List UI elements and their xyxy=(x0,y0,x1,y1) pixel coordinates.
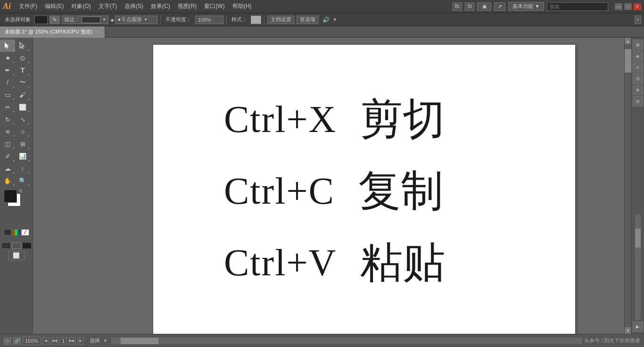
menu-bar: Ai 文件(F) 编辑(E) 对象(O) 文字(T) 选择(S) 效果(C) 视… xyxy=(0,0,644,13)
scroll-down-button[interactable]: ▼ xyxy=(625,327,631,334)
normal-mode-button[interactable] xyxy=(4,229,12,236)
scroll-track[interactable] xyxy=(625,44,631,327)
brush-icon[interactable]: ✎ xyxy=(50,16,60,24)
bridge-icon[interactable]: Br xyxy=(453,2,462,11)
none-mode-button[interactable]: ⁄ xyxy=(21,229,29,236)
align-panel-button[interactable]: ≡ xyxy=(633,62,643,73)
gradient-mode-button[interactable] xyxy=(12,229,20,236)
rect-tool[interactable]: ▭ ▸ xyxy=(0,89,15,101)
paintbrush-tool[interactable]: 🖌 ▸ xyxy=(15,89,30,101)
minimize-button[interactable]: — xyxy=(615,3,622,10)
layers-panel-button[interactable]: ⊞ xyxy=(633,40,643,50)
full-screen-btn[interactable] xyxy=(12,242,21,249)
assets-panel-button[interactable]: ◈ xyxy=(633,51,643,61)
doc-status-icon[interactable]: ⊙ xyxy=(4,337,11,345)
last-page-button[interactable]: ▶▶ xyxy=(69,337,75,345)
first-page-button[interactable]: ◀◀ xyxy=(51,337,58,345)
measure-tool[interactable]: ↕ ▸ xyxy=(15,162,30,174)
main-layout: ▸ ▸ ✦ ▸ ⊙ ▸ ✒ ▸ T ▸ xyxy=(0,38,644,334)
symbol-tool[interactable]: ☁ ▸ xyxy=(0,162,15,174)
menu-view[interactable]: 视图(R) xyxy=(174,1,200,11)
mesh-tool[interactable]: ⊞ ▸ xyxy=(15,138,30,150)
lasso-tool[interactable]: ⊙ ▸ xyxy=(15,52,30,64)
eraser-tool[interactable]: ⬜ ▸ xyxy=(15,101,30,113)
document-tab[interactable]: 未标题-1* @ 150% (CMYK/GPU 预览) × xyxy=(0,26,105,38)
vertical-scrollbar[interactable]: ▲ ▼ xyxy=(624,38,631,334)
preferences-button[interactable]: 首选项 xyxy=(297,16,319,24)
transform-panel-button[interactable]: ⊡ xyxy=(633,74,643,84)
zoom-tool[interactable]: 🔍 ▸ xyxy=(15,174,30,187)
tool-row-10: ✐ ▸ 📊 ▸ xyxy=(0,150,33,162)
gradient-tool[interactable]: ◫ ▸ xyxy=(0,138,15,150)
select-tool[interactable]: ▸ xyxy=(0,40,15,52)
rotate-tool[interactable]: ↻ ▸ xyxy=(0,113,15,125)
view-toggle[interactable]: ▣ xyxy=(477,2,491,11)
next-page-button[interactable]: ▶ xyxy=(77,337,84,345)
curve-tool[interactable]: 〜 ▸ xyxy=(15,76,30,89)
right-scroll-thumb xyxy=(635,229,641,248)
search-input[interactable] xyxy=(547,2,608,11)
scale-tool[interactable]: ⤡ ▸ xyxy=(15,113,30,125)
speaker-icon[interactable]: 🔊 xyxy=(322,17,330,23)
swap-colors-icon[interactable]: ⇅ xyxy=(19,189,23,193)
tool-row-4: / ▸ 〜 ▸ xyxy=(0,76,33,89)
scroll-thumb[interactable] xyxy=(625,49,631,73)
hand-tool[interactable]: ✋ ▸ xyxy=(0,174,15,187)
menu-edit[interactable]: 编辑(E) xyxy=(41,1,67,11)
menu-select[interactable]: 选择(S) xyxy=(121,1,147,11)
type-tool[interactable]: T ▸ xyxy=(15,64,30,76)
tab-bar: 未标题-1* @ 150% (CMYK/GPU 预览) × xyxy=(0,26,644,38)
warp-tool[interactable]: ≋ ▸ xyxy=(0,125,15,138)
prev-page-button[interactable]: ◀ xyxy=(42,337,49,345)
menu-type[interactable]: 文字(T) xyxy=(95,1,120,11)
bullet-icon: ● xyxy=(110,16,114,24)
maximize-button[interactable]: □ xyxy=(624,3,632,10)
artboards-button[interactable]: ⊟ xyxy=(633,96,643,107)
link-icon[interactable]: 🔗 xyxy=(13,337,21,345)
render-mode-buttons: ⁄ xyxy=(4,229,29,236)
workspace-button[interactable]: 基本功能 ▼ xyxy=(508,2,544,11)
scroll-up-button[interactable]: ▲ xyxy=(625,38,631,44)
menu-file[interactable]: 文件(F) xyxy=(16,1,41,11)
tool-row-3: ✒ ▸ T ▸ xyxy=(0,64,33,76)
chart-tool[interactable]: 📊 ▸ xyxy=(15,150,30,162)
fill-swatch[interactable] xyxy=(34,16,48,24)
right-scrollbar[interactable] xyxy=(635,215,641,320)
style-swatch[interactable] xyxy=(251,16,261,24)
panel-options-icon[interactable]: ≡ xyxy=(635,16,641,24)
artboard-tool[interactable]: ⬜ xyxy=(8,251,25,260)
transform-icon[interactable]: ↗ xyxy=(494,2,505,11)
no-selection-label: 未选择对象 xyxy=(3,16,33,23)
stroke-dropdown[interactable]: 描边： ▼ xyxy=(62,16,108,24)
direct-select-tool[interactable]: ▸ xyxy=(15,40,30,52)
status-mode-arrow[interactable]: ▼ xyxy=(103,338,107,343)
pathfinder-button[interactable]: ⊛ xyxy=(633,85,643,95)
toolbox: ▸ ▸ ✦ ▸ ⊙ ▸ ✒ ▸ T ▸ xyxy=(0,38,33,334)
menu-effect[interactable]: 效果(C) xyxy=(148,1,173,11)
shortcut-key-1: Ctrl+X xyxy=(224,98,337,141)
presentation-btn[interactable] xyxy=(22,242,32,249)
puppet-warp[interactable]: ⊹ ▸ xyxy=(15,125,30,138)
opacity-label: 不透明度： xyxy=(164,16,193,23)
foreground-color-swatch[interactable] xyxy=(4,190,17,203)
menu-object[interactable]: 对象(O) xyxy=(68,1,94,11)
line-tool[interactable]: / ▸ xyxy=(0,76,15,89)
brush-size-dropdown[interactable]: ● 5 点圆形 ▼ xyxy=(115,16,157,24)
panel-collapse-button[interactable]: ▶ xyxy=(633,322,643,332)
tab-close-button[interactable]: × xyxy=(97,29,99,34)
zoom-display[interactable]: 150% xyxy=(23,337,41,345)
menu-help[interactable]: 帮助(H) xyxy=(229,1,255,11)
opacity-input[interactable] xyxy=(195,16,223,24)
doc-settings-button[interactable]: 文档设置 xyxy=(267,16,295,24)
magic-wand-tool[interactable]: ✦ ▸ xyxy=(0,52,15,64)
toolbar-options-arrow[interactable]: ▼ xyxy=(332,17,337,22)
pen-tool[interactable]: ✒ ▸ xyxy=(0,64,15,76)
pencil-tool[interactable]: ✏ ▸ xyxy=(0,101,15,113)
tool-row-1: ▸ ▸ xyxy=(0,40,33,52)
eyedropper-tool[interactable]: ✐ ▸ xyxy=(0,150,15,162)
horizontal-scrollbar[interactable] xyxy=(111,338,582,344)
menu-window[interactable]: 窗口(W) xyxy=(201,1,228,11)
normal-view-btn[interactable] xyxy=(1,242,11,249)
stock-icon[interactable]: St xyxy=(465,2,474,11)
close-button[interactable]: ✕ xyxy=(634,3,641,10)
